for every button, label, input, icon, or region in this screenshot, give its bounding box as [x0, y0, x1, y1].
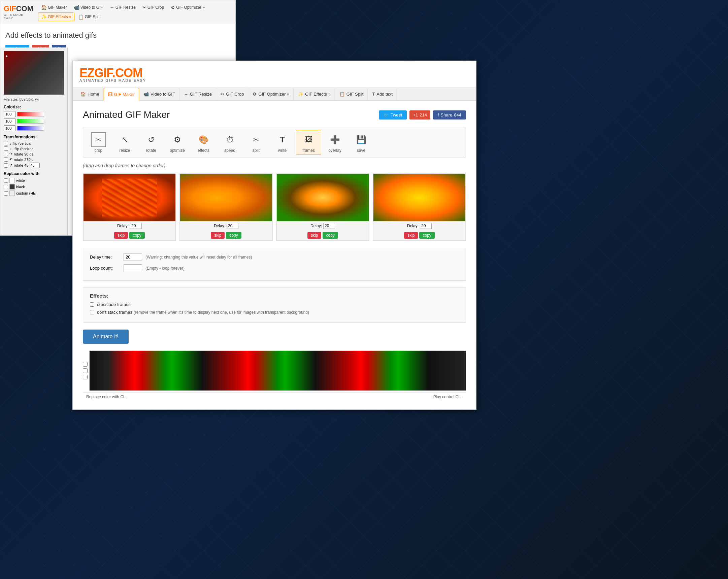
color-swatch-g	[17, 119, 44, 124]
back-nav-gifresize[interactable]: ↔ GIF Resize	[107, 3, 139, 12]
nav-gifmaker[interactable]: 🎞 GIF Maker	[104, 88, 139, 101]
preview-strip-row	[83, 350, 466, 391]
tool-frames[interactable]: 🖼 frames	[296, 130, 321, 155]
animate-button[interactable]: Animate it!	[83, 330, 129, 344]
nav-gifcrop[interactable]: ✂ GIF Crop	[216, 88, 248, 100]
frame-2-delay-input[interactable]	[227, 223, 238, 229]
main-content: Animated GIF Maker 🐦 Tweet +1 214 f Shar…	[73, 101, 476, 409]
crossfade-checkbox[interactable]	[90, 302, 94, 307]
bottom-label-right: Play control Cl...	[433, 395, 463, 399]
transform-flip-h: ↔ flip (horizor	[4, 147, 64, 151]
gplus-button[interactable]: +1 214	[410, 110, 430, 120]
preview-cb-3[interactable]	[83, 375, 87, 379]
nostack-label: don't stack frames (remove the frame whe…	[97, 310, 309, 315]
replace-custom-cb[interactable]	[4, 191, 8, 195]
back-nav-links: 🏠 GIF Maker 📹 Video to GIF ↔ GIF Resize …	[38, 3, 232, 21]
transform-rotate270-cb[interactable]	[4, 157, 8, 162]
delay-time-input[interactable]	[124, 253, 142, 261]
toolbar: ✂ crop ⤡ resize ↺ rotate ⚙ optimize 🎨 ef…	[83, 127, 466, 158]
frames-icon: 🖼	[301, 132, 316, 147]
frame-4-image	[373, 174, 465, 221]
back-nav-gifcrop[interactable]: ✂ GIF Crop	[139, 3, 167, 12]
crop-icon: ✂	[91, 132, 106, 147]
nav-addtext[interactable]: T Add text	[368, 88, 397, 100]
frame-3-image	[277, 174, 369, 221]
frame-1-skip[interactable]: skip	[114, 232, 128, 239]
frame-4-skip[interactable]: skip	[404, 232, 418, 239]
preview-cb-1[interactable]	[83, 362, 87, 367]
tool-rotate[interactable]: ↺ rotate	[138, 130, 164, 155]
tool-split[interactable]: ✂ split	[243, 130, 269, 155]
social-buttons: 🐦 Tweet +1 214 f Share 844	[379, 110, 466, 120]
nav-gifoptimizer[interactable]: ⚙ GIF Optimizer »	[248, 88, 294, 100]
back-file-size: File size: 859.36K, wi	[4, 97, 64, 101]
tool-crop[interactable]: ✂ crop	[86, 130, 111, 155]
back-replace-color-label: Replace color with	[4, 172, 64, 176]
transform-flip-h-cb[interactable]	[4, 147, 8, 151]
back-navbar: GIFCOM GIFS MADE EASY 🏠 GIF Maker 📹 Vide…	[0, 0, 235, 24]
tool-overlay[interactable]: ➕ overlay	[322, 130, 347, 155]
frame-1: Delay: skip copy	[83, 174, 176, 241]
home-nav-icon: 🏠	[80, 91, 86, 97]
back-nav-videotogif[interactable]: 📹 Video to GIF	[71, 3, 106, 12]
gifresize-nav-icon: ↔	[184, 91, 188, 97]
transform-flip-v-cb[interactable]	[4, 141, 8, 146]
effects-section: Effects: crossfade frames don't stack fr…	[83, 288, 466, 323]
nav-gifeffects[interactable]: ✨ GIF Effects »	[294, 88, 335, 100]
replace-white-cb[interactable]	[4, 178, 8, 183]
fb-share-button[interactable]: f Share 844	[433, 110, 466, 120]
frame-1-image	[83, 174, 176, 221]
frame-4-delay-input[interactable]	[420, 223, 432, 229]
frame-3-copy[interactable]: copy	[322, 232, 338, 239]
gifsplit-icon: 📋	[78, 14, 84, 20]
nav-videotogif[interactable]: 📹 Video to GIF	[139, 88, 180, 100]
tool-optimize[interactable]: ⚙ optimize	[165, 130, 190, 155]
frame-3-delay-input[interactable]	[323, 223, 335, 229]
loop-count-input[interactable]	[124, 264, 142, 272]
rotate-angle-input[interactable]	[30, 163, 40, 168]
nav-home[interactable]: 🏠 Home	[76, 88, 104, 100]
tweet-button[interactable]: 🐦 Tweet	[379, 110, 407, 120]
preview-checkboxes	[83, 362, 87, 379]
frame-1-delay: Delay:	[83, 221, 176, 230]
replace-black-cb[interactable]	[4, 185, 8, 189]
color-row-2	[4, 118, 64, 124]
back-replace-color: Replace color with white black custom (H…	[4, 172, 64, 196]
tool-save[interactable]: 💾 save	[348, 130, 374, 155]
tool-effects[interactable]: 🎨 effects	[191, 130, 216, 155]
preview-strip-image	[89, 351, 466, 391]
frame-1-copy[interactable]: copy	[129, 232, 145, 239]
back-nav-gifeffects[interactable]: ✨ GIF Effects »	[38, 12, 74, 21]
back-transformations-label: Transformations:	[4, 135, 64, 139]
frame-2-copy[interactable]: copy	[226, 232, 241, 239]
frames-row: Delay: skip copy Delay: skip copy	[83, 174, 466, 241]
nostack-checkbox[interactable]	[90, 310, 94, 314]
tool-write[interactable]: T write	[270, 130, 295, 155]
color-input-b[interactable]	[4, 125, 16, 131]
gifsplit-nav-icon: 📋	[339, 91, 345, 97]
transform-rotate-custom-cb[interactable]	[4, 163, 8, 168]
frame-2-skip[interactable]: skip	[211, 232, 225, 239]
color-swatch-r	[17, 112, 44, 116]
back-nav-gifsplit[interactable]: 📋 GIF Split	[75, 12, 104, 21]
frame-4-copy[interactable]: copy	[419, 232, 434, 239]
frame-1-delay-input[interactable]	[130, 223, 142, 229]
tweet-icon: 🐦	[384, 112, 389, 117]
color-input-g[interactable]	[4, 118, 16, 124]
tool-speed[interactable]: ⏱ speed	[217, 130, 242, 155]
nav-gifresize[interactable]: ↔ GIF Resize	[180, 88, 216, 100]
transform-rotate-custom: ↺ rotate 45	[4, 163, 64, 168]
back-nav-gifoptimizer[interactable]: ⚙ GIF Optimizer »	[168, 3, 208, 12]
frame-3-skip[interactable]: skip	[307, 232, 321, 239]
rotate-custom-icon: ↺	[9, 163, 12, 168]
gifoptimizer-nav-icon: ⚙	[253, 91, 257, 97]
tool-resize[interactable]: ⤡ resize	[112, 130, 137, 155]
preview-cb-2[interactable]	[83, 368, 87, 373]
color-input-r[interactable]	[4, 111, 16, 117]
frame-4-delay: Delay:	[373, 221, 465, 230]
transform-rotate90-cb[interactable]	[4, 152, 8, 156]
back-nav-gifmaker[interactable]: 🏠 GIF Maker	[38, 3, 70, 12]
effects-icon: 🎨	[196, 132, 211, 147]
delay-time-row: Delay time: (Warning: changing this valu…	[90, 253, 459, 261]
nav-gifsplit[interactable]: 📋 GIF Split	[335, 88, 368, 100]
